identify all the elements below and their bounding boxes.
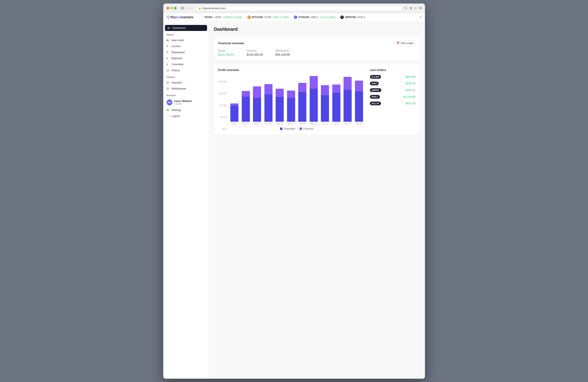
bar-premarket xyxy=(298,92,306,122)
btc-icon: ₿ xyxy=(247,16,251,19)
bar-label: Dec 22 xyxy=(254,123,260,125)
bar-label: Apr 23 xyxy=(299,123,305,125)
bar-common xyxy=(310,76,318,89)
bar-label: Feb 23 xyxy=(276,123,283,125)
bar-group-apr-23: Apr 23 xyxy=(297,75,308,125)
financial-overview-card: Financial overview 📅 Pick a date Equity … xyxy=(214,36,420,61)
legend-premarket: Premarket xyxy=(280,127,295,130)
y-label-7000: $7,000 xyxy=(218,104,227,106)
sidebar-item-settings[interactable]: ⚙ Settings xyxy=(163,107,209,113)
tabs-icon[interactable]: ⧉ xyxy=(419,6,422,10)
y-label-10500: $10,500 xyxy=(218,92,227,95)
premarket-color-swatch xyxy=(280,127,282,130)
settings-icon: ⚙ xyxy=(167,108,170,111)
chart-bars-row: Oct 22Nov 22Dec 22Jan 23Feb 23Mar 23Apr … xyxy=(229,75,365,125)
withdrawals-icon: ⊡ xyxy=(167,87,170,90)
user-profile-item[interactable]: AW Aaron Williams # 23657 xyxy=(163,98,209,107)
order-item: ELCMF$805.86 xyxy=(370,75,416,79)
legend-common-label: Common xyxy=(303,127,314,130)
new-tab-icon[interactable]: + xyxy=(415,6,417,10)
sidebar-requested-label: Requested xyxy=(171,51,185,54)
bar-common xyxy=(298,83,306,92)
sidebar-item-rejected[interactable]: ≡ Rejected xyxy=(163,55,209,61)
bar-premarket xyxy=(344,90,352,122)
bar-label: Jul 23 xyxy=(334,123,339,125)
back-button[interactable]: ‹ xyxy=(187,6,189,10)
traffic-lights xyxy=(167,7,177,9)
bar-group-sep-23: Sep 23 xyxy=(354,75,364,125)
chart-y-axis: $14,000 $10,500 $7,000 $3,500 $0.0 xyxy=(218,80,229,130)
sidebar-new-order-label: New order xyxy=(171,39,184,42)
bar-common xyxy=(276,89,284,97)
calendar-icon: 📅 xyxy=(397,42,399,45)
rejected-icon: ≡ xyxy=(167,57,170,60)
browser-window: ⊡ ‹ › 🔒 thepremarkets.com ↻ ⬆ + ⧉ ▽ thep… xyxy=(163,3,425,379)
bar-group-dec-22: Dec 22 xyxy=(252,75,262,125)
dashboard-icon: ⊞ xyxy=(168,26,171,29)
sidebar-item-logout[interactable]: → Logout xyxy=(163,113,209,119)
sidebar-item-requested[interactable]: ≡ Requested xyxy=(163,49,209,55)
main-content: Dashboard Financial overview 📅 Pick a da… xyxy=(209,21,425,379)
close-button[interactable] xyxy=(167,7,169,9)
chart-bars-area: Oct 22Nov 22Dec 22Jan 23Feb 23Mar 23Apr … xyxy=(229,75,365,130)
bar-common xyxy=(230,104,238,106)
order-amount: $922.41 xyxy=(406,88,416,92)
sidebar-item-current[interactable]: ≡ Current xyxy=(163,43,209,49)
last-orders-section: Last Orders ELCMF$805.86AIAD$938.95ABBNY… xyxy=(370,68,416,130)
sidebar-item-cancelled[interactable]: ≡ Cancelled xyxy=(163,61,209,67)
deposits-label: Deposits xyxy=(247,49,263,52)
share-icon[interactable]: ⬆ xyxy=(410,6,412,10)
bar-common xyxy=(242,91,250,96)
bar-premarket xyxy=(332,93,340,122)
sidebar-item-history[interactable]: ◷ History xyxy=(163,67,209,73)
bar-common xyxy=(287,91,295,98)
bar-label: Oct 22 xyxy=(231,123,237,125)
url-text: thepremarkets.com xyxy=(203,7,226,10)
bar-label: Sep 23 xyxy=(356,123,362,125)
withdrawals-value: $34,108.85 xyxy=(275,53,290,56)
order-tag: ABBNY xyxy=(370,88,381,92)
xrp-icon: ✕ xyxy=(340,16,344,19)
bar-premarket xyxy=(355,91,363,122)
bar-label: Mar 23 xyxy=(288,123,294,125)
bar-premarket xyxy=(310,89,318,122)
forward-button[interactable]: › xyxy=(190,6,193,10)
bar-group-jan-23: Jan 23 xyxy=(263,75,273,125)
financial-metrics: Equity $210,753.87 Deposits $136,365.45 … xyxy=(218,49,416,56)
bar-label: May 23 xyxy=(310,123,317,125)
refresh-icon[interactable]: ↻ xyxy=(404,6,407,10)
equity-value: $210,753.87 xyxy=(218,53,234,56)
address-bar[interactable]: 🔒 thepremarkets.com xyxy=(196,6,402,11)
profit-overview-title: Profit overview xyxy=(218,68,365,72)
history-icon: ◷ xyxy=(167,69,170,72)
withdrawals-metric: Withdrawals $34,108.85 xyxy=(275,49,290,56)
bar-premarket xyxy=(242,97,250,122)
browser-chrome: ⊡ ‹ › 🔒 thepremarkets.com ↻ ⬆ + ⧉ xyxy=(163,3,425,13)
maximize-button[interactable] xyxy=(174,7,177,9)
bar-premarket xyxy=(276,97,284,122)
bar-label: Aug 23 xyxy=(344,123,351,125)
sidebar-toggle-icon[interactable]: ⊡ xyxy=(181,6,184,10)
order-amount: $822.53 xyxy=(406,102,416,105)
sidebar-dashboard-label: Dashboard xyxy=(172,26,186,29)
bar-premarket xyxy=(264,94,273,122)
sidebar-item-deposits[interactable]: ⊡ Deposits xyxy=(163,80,209,85)
ticker-gbpusd: P/USD 1.2403 +0.0019 (+0.15%) xyxy=(205,16,242,19)
minimize-button[interactable] xyxy=(170,7,173,9)
page-title: Dashboard xyxy=(214,27,420,32)
sidebar: ⊞ Dashboard Orders ⊕ New order ≡ Current… xyxy=(163,21,209,379)
pick-date-button[interactable]: 📅 Pick a date xyxy=(394,41,415,46)
order-item: ABBNY$922.41 xyxy=(370,88,416,92)
sidebar-cancelled-label: Cancelled xyxy=(171,63,184,66)
user-id: # 23657 xyxy=(174,103,192,105)
order-item: RHILF$1,159.95 xyxy=(370,95,416,99)
theme-toggle-icon[interactable]: ☀ xyxy=(419,16,422,19)
order-tag: RHILF xyxy=(370,95,380,99)
sidebar-withdrawals-label: Withdrawals xyxy=(171,87,186,90)
lock-icon: 🔒 xyxy=(198,7,201,10)
order-item: AIAD$938.95 xyxy=(370,82,416,85)
sidebar-item-new-order[interactable]: ⊕ New order xyxy=(163,37,209,43)
sidebar-item-dashboard[interactable]: ⊞ Dashboard xyxy=(165,25,207,31)
sidebar-item-withdrawals[interactable]: ⊡ Withdrawals xyxy=(163,85,209,92)
cancelled-icon: ≡ xyxy=(167,63,170,66)
